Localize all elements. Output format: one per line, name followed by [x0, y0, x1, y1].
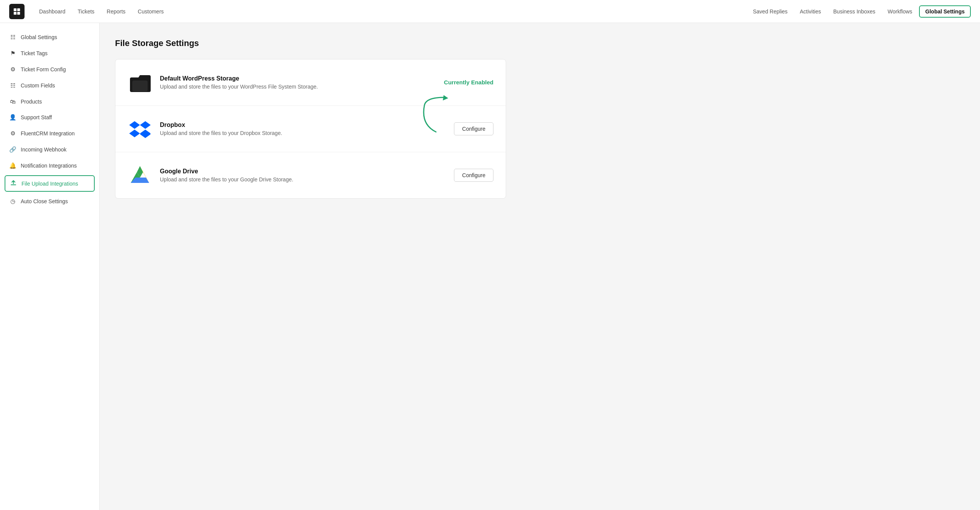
wordpress-icon — [128, 70, 152, 95]
sidebar-item-ticket-tags[interactable]: ⚑ Ticket Tags — [0, 45, 99, 61]
dropbox-storage-info: Dropbox Upload and store the files to yo… — [160, 122, 446, 136]
doc-icon: ☷ — [9, 34, 16, 41]
link-icon: 🔗 — [9, 146, 16, 153]
svg-rect-4 — [11, 184, 16, 185]
svg-marker-10 — [140, 130, 151, 138]
nav-customers[interactable]: Customers — [132, 5, 169, 18]
nav-links-left: Dashboard Tickets Reports Customers — [34, 5, 745, 18]
gear-icon: ⚙ — [9, 66, 16, 73]
main-layout: ☷ Global Settings ⚑ Ticket Tags ⚙ Ticket… — [0, 23, 980, 510]
sidebar-item-file-upload-integrations[interactable]: File Upload Integrations — [5, 175, 95, 192]
main-content: File Storage Settings Default WordPress … — [100, 23, 980, 510]
clock-icon: ◷ — [9, 198, 16, 205]
nav-saved-replies[interactable]: Saved Replies — [748, 5, 793, 18]
sidebar-item-global-settings[interactable]: ☷ Global Settings — [0, 29, 99, 45]
sidebar-item-custom-fields[interactable]: ☷ Custom Fields — [0, 77, 99, 94]
currently-enabled-label: Currently Enabled — [444, 76, 493, 89]
sidebar-item-auto-close-settings[interactable]: ◷ Auto Close Settings — [0, 193, 99, 209]
wordpress-storage-info: Default WordPress Storage Upload and sto… — [160, 75, 436, 90]
sidebar-item-support-staff[interactable]: 👤 Support Staff — [0, 109, 99, 125]
wordpress-storage-name: Default WordPress Storage — [160, 75, 436, 82]
googledrive-storage-name: Google Drive — [160, 168, 446, 175]
nav-reports[interactable]: Reports — [101, 5, 131, 18]
top-nav: Dashboard Tickets Reports Customers Save… — [0, 0, 980, 23]
svg-rect-2 — [14, 12, 16, 14]
sidebar-item-products[interactable]: 🛍 Products — [0, 94, 99, 109]
nav-activities[interactable]: Activities — [794, 5, 826, 18]
dropbox-icon — [128, 117, 152, 141]
page-title: File Storage Settings — [115, 38, 965, 48]
dropbox-storage-name: Dropbox — [160, 122, 446, 128]
bell-icon: 🔔 — [9, 162, 16, 169]
sidebar-item-incoming-webhook[interactable]: 🔗 Incoming Webhook — [0, 141, 99, 158]
logo[interactable] — [9, 4, 25, 19]
person-icon: 👤 — [9, 114, 16, 121]
sidebar-item-fluentcrm[interactable]: ⚙ FluentCRM Integration — [0, 125, 99, 141]
upload-icon — [10, 180, 17, 187]
svg-marker-6 — [129, 121, 140, 129]
storage-item-wordpress: Default WordPress Storage Upload and sto… — [115, 59, 506, 106]
nav-links-right: Saved Replies Activities Business Inboxe… — [748, 5, 971, 18]
svg-rect-3 — [17, 12, 20, 14]
googledrive-icon — [128, 163, 152, 188]
list-icon: ☷ — [9, 82, 16, 89]
wordpress-storage-action: Currently Enabled — [444, 79, 493, 86]
nav-business-inboxes[interactable]: Business Inboxes — [828, 5, 881, 18]
gear2-icon: ⚙ — [9, 130, 16, 137]
wordpress-storage-desc: Upload and store the files to your WordP… — [160, 84, 436, 90]
googledrive-configure-button[interactable]: Configure — [454, 169, 493, 182]
nav-dashboard[interactable]: Dashboard — [34, 5, 71, 18]
svg-marker-8 — [129, 130, 140, 137]
nav-workflows[interactable]: Workflows — [882, 5, 918, 18]
googledrive-storage-action: Configure — [454, 169, 493, 182]
svg-rect-1 — [17, 8, 20, 11]
dropbox-storage-action: Configure — [454, 122, 493, 135]
storage-options-container: Default WordPress Storage Upload and sto… — [115, 59, 506, 199]
sidebar-item-ticket-form-config[interactable]: ⚙ Ticket Form Config — [0, 61, 99, 77]
storage-item-dropbox: Dropbox Upload and store the files to yo… — [115, 106, 506, 152]
nav-global-settings[interactable]: Global Settings — [919, 5, 971, 18]
dropbox-storage-desc: Upload and store the files to your Dropb… — [160, 130, 446, 136]
bag-icon: 🛍 — [9, 98, 16, 105]
svg-rect-0 — [14, 8, 16, 11]
sidebar: ☷ Global Settings ⚑ Ticket Tags ⚙ Ticket… — [0, 23, 100, 510]
sidebar-item-notification-integrations[interactable]: 🔔 Notification Integrations — [0, 158, 99, 174]
dropbox-configure-button[interactable]: Configure — [454, 122, 493, 135]
tag-icon: ⚑ — [9, 50, 16, 57]
googledrive-storage-desc: Upload and store the files to your Googl… — [160, 176, 446, 183]
storage-item-googledrive: Google Drive Upload and store the files … — [115, 152, 506, 198]
svg-marker-7 — [140, 121, 151, 129]
nav-tickets[interactable]: Tickets — [72, 5, 100, 18]
googledrive-storage-info: Google Drive Upload and store the files … — [160, 168, 446, 183]
